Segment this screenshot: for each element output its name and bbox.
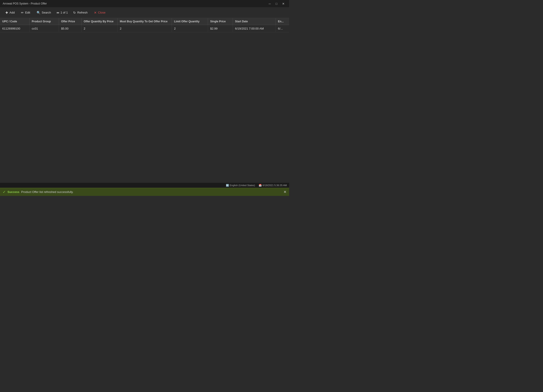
status-close-button[interactable]: ✕ <box>283 190 286 194</box>
edit-icon: ✏ <box>21 11 24 14</box>
cell-start-date: 6/19/2021 7:00:00 AM <box>233 25 276 32</box>
close-icon: ✕ <box>94 11 97 14</box>
cell-limit-offer-qty: 2 <box>172 25 208 32</box>
language-text: English (United States) <box>230 184 255 187</box>
record-navigation: ⏮ 1 of 1 <box>55 10 70 16</box>
datetime-indicator: 📅 6/18/2021 5:36:35 AM <box>259 184 287 187</box>
success-label: Success <box>7 190 19 194</box>
cell-product-group: cc01 <box>29 25 59 32</box>
window-controls: ─ □ ✕ <box>266 1 286 6</box>
record-count: 1 of 1 <box>61 11 68 14</box>
search-button[interactable]: 🔍 Search <box>34 10 54 16</box>
language-icon: 🔤 <box>226 184 229 187</box>
edit-label: Edit <box>25 11 30 14</box>
data-table-container: UPC / Code Product Group Offer Price Off… <box>0 18 289 32</box>
title-bar: Arrowat POS System - Product Offer ─ □ ✕ <box>0 0 289 7</box>
add-button[interactable]: ✚ Add <box>3 10 17 16</box>
cell-single-price: $2.99 <box>208 25 233 32</box>
nav-first-icon[interactable]: ⏮ <box>57 11 59 14</box>
cell-offer-price: $5.00 <box>59 25 81 32</box>
minimize-button[interactable]: ─ <box>266 1 273 6</box>
col-header-must-buy[interactable]: Must Buy Quantity To Get Offer Price <box>118 18 172 25</box>
status-message: Product Offer list refreshed successfull… <box>21 190 74 194</box>
cell-must-buy: 2 <box>118 25 172 32</box>
close-label: Close <box>98 11 106 14</box>
calendar-icon: 📅 <box>259 184 262 187</box>
refresh-button[interactable]: ↻ Refresh <box>70 10 90 16</box>
language-indicator: 🔤 English (United States) <box>226 184 255 187</box>
datetime-text: 6/18/2021 5:36:35 AM <box>262 184 287 187</box>
toolbar: ✚ Add ✏ Edit 🔍 Search ⏮ 1 of 1 ↻ Refresh… <box>0 7 289 18</box>
window-title: Arrowat POS System - Product Offer <box>3 2 47 5</box>
cell-offer-qty: 2 <box>81 25 118 32</box>
close-button[interactable]: ✕ Close <box>91 10 108 16</box>
refresh-icon: ↻ <box>73 11 76 14</box>
cell-end-date: 6/... <box>276 25 289 32</box>
table-row[interactable]: 61126999100cc01$5.00222$2.996/19/2021 7:… <box>0 25 289 32</box>
status-bar: ✓ Success Product Offer list refreshed s… <box>0 188 289 196</box>
col-header-upc[interactable]: UPC / Code <box>0 18 29 25</box>
col-header-limit-offer-qty[interactable]: Limit Offer Quantity <box>172 18 208 25</box>
table-body: 61126999100cc01$5.00222$2.996/19/2021 7:… <box>0 25 289 32</box>
table-header-row: UPC / Code Product Group Offer Price Off… <box>0 18 289 25</box>
search-icon: 🔍 <box>37 11 40 14</box>
maximize-button[interactable]: □ <box>273 1 280 6</box>
add-icon: ✚ <box>6 11 8 14</box>
search-label: Search <box>42 11 51 14</box>
col-header-start-date[interactable]: Start Date <box>233 18 276 25</box>
add-label: Add <box>10 11 15 14</box>
col-header-offer-qty[interactable]: Offer Quantity By Price <box>81 18 118 25</box>
col-header-end-date[interactable]: En... <box>276 18 289 25</box>
success-icon: ✓ <box>3 190 6 194</box>
edit-button[interactable]: ✏ Edit <box>18 10 33 16</box>
col-header-single-price[interactable]: Single Price <box>208 18 233 25</box>
window-close-button[interactable]: ✕ <box>280 1 286 6</box>
system-bar: 🔤 English (United States) 📅 6/18/2021 5:… <box>0 183 289 188</box>
product-offer-table: UPC / Code Product Group Offer Price Off… <box>0 18 289 32</box>
col-header-offer-price[interactable]: Offer Price <box>59 18 81 25</box>
col-header-product-group[interactable]: Product Group <box>29 18 59 25</box>
cell-upc: 61126999100 <box>0 25 29 32</box>
refresh-label: Refresh <box>77 11 88 14</box>
